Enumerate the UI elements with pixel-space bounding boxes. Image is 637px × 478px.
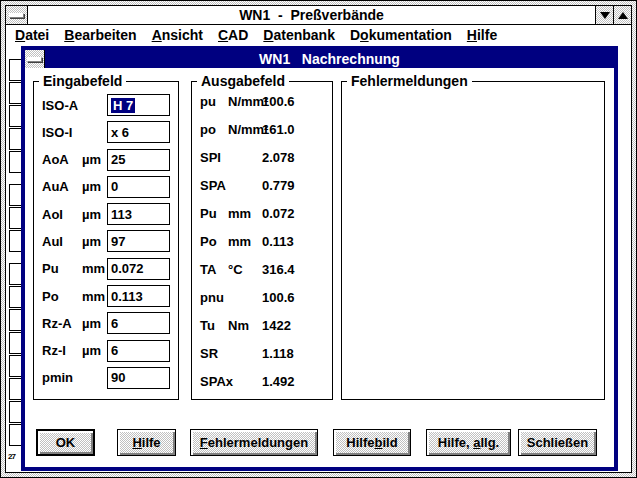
minimize-arrow-icon [600,12,610,19]
menu-item-bearbeiten[interactable]: Bearbeiten [64,27,136,43]
input-row-rz-a: Rz-Aµm 6 [42,312,170,334]
input-row-pmin: pmin 90 [42,367,170,389]
input-row-pu: Pumm 0.072 [42,258,170,280]
dialog-system-menu-minus-icon [27,57,42,62]
minimize-button[interactable] [595,6,613,24]
main-titlebar[interactable]: WN1 - Preßverbände [6,6,631,25]
output-row-pu-mm: Pumm 0.072 [200,206,324,221]
input-row-iso-a: ISO-A H 7 [42,94,170,116]
output-value: 0.113 [262,234,294,249]
output-value: 100.6 [262,94,295,109]
output-row-spax: SPAx 1.492 [200,374,324,389]
input-row-aoi: AoIµm 113 [42,203,170,225]
menu-item-dokumentation[interactable]: Dokumentation [350,27,452,43]
aoi-field[interactable]: 113 [107,203,170,225]
iso-a-field[interactable]: H 7 [107,94,170,116]
field-label: AuI [42,234,82,249]
dialog-system-menu-button[interactable] [25,50,45,68]
group-eingabefeld: Eingabefeld ISO-A H 7 ISO-I x 6 AoAµm [33,81,179,400]
iso-i-field[interactable]: x 6 [107,121,170,143]
pu-field[interactable]: 0.072 [107,258,170,280]
output-row-sr: SR 1.118 [200,346,324,361]
aua-field[interactable]: 0 [107,176,170,198]
aui-field[interactable]: 97 [107,230,170,252]
output-value: 1.118 [262,346,294,361]
output-row-po-n: poN/mm² 161.0 [200,122,324,137]
output-row-po-mm: Pomm 0.113 [200,234,324,249]
output-value: 1.492 [262,374,295,389]
schliessen-button[interactable]: Schließen [518,429,597,456]
input-row-rz-i: Rz-Iµm 6 [42,340,170,362]
field-label: AoI [42,207,82,222]
menu-item-ansicht[interactable]: Ansicht [152,27,203,43]
group-ausgabefeld: Ausgabefeld puN/mm² 100.6 poN/mm² 161.0 … [191,81,333,400]
input-row-po: Pomm 0.113 [42,285,170,307]
menu-bar: Datei Bearbeiten Ansicht CAD Datenbank D… [6,25,631,45]
hilfebild-button[interactable]: Hilfebild [333,429,411,456]
hilfe-button[interactable]: Hilfe [117,429,176,456]
field-label: ISO-A [42,98,82,113]
window-frame: WN1 - Preßverbände Datei Bearbeiten Ansi… [1,1,636,477]
output-value: 316.4 [262,262,295,277]
window-title: WN1 - Preßverbände [28,6,595,24]
output-value: 0.779 [262,178,295,193]
output-row-spa: SPA 0.779 [200,178,324,193]
ok-button[interactable]: OK [36,429,95,456]
field-label: Pu [42,261,82,276]
app-window: WN1 - Preßverbände Datei Bearbeiten Ansi… [0,0,637,478]
fehlermeldungen-button[interactable]: Fehlermeldungen [190,429,318,456]
system-menu-minus-icon [9,13,24,18]
maximize-arrow-icon [618,12,628,19]
rz-i-field[interactable]: 6 [107,340,170,362]
client-area: 27 WN1 Nachrechnung Eingabefeld ISO-A [6,45,631,472]
aoa-field[interactable]: 25 [107,149,170,171]
output-value: 1422 [262,318,291,333]
field-label: Rz-A [42,316,82,331]
group-fehlermeldungen-title: Fehlermeldungen [347,73,472,89]
maximize-button[interactable] [613,6,631,24]
input-row-iso-i: ISO-I x 6 [42,121,170,143]
output-row-pnu: pnu 100.6 [200,290,324,305]
group-fehlermeldungen: Fehlermeldungen [341,81,605,400]
output-value: 161.0 [262,122,295,137]
input-row-aua: AuAµm 0 [42,176,170,198]
dialog-titlebar[interactable]: WN1 Nachrechnung [25,50,614,68]
menu-item-hilfe[interactable]: Hilfe [467,27,497,43]
output-row-pu-n: puN/mm² 100.6 [200,94,324,109]
iso-a-value: H 7 [111,98,135,113]
menu-item-datei[interactable]: Datei [15,27,49,43]
field-label: AuA [42,179,82,194]
field-label: Po [42,289,82,304]
pmin-field[interactable]: 90 [107,367,170,389]
input-row-aoa: AoAµm 25 [42,149,170,171]
hilfe-allg-button[interactable]: Hilfe, allg. [426,429,511,456]
field-label: ISO-I [42,125,82,140]
output-row-ta: TA°C 316.4 [200,262,324,277]
output-value: 0.072 [262,206,295,221]
menu-item-datenbank[interactable]: Datenbank [263,27,335,43]
system-menu-button[interactable] [6,6,28,24]
output-row-tu: TuNm 1422 [200,318,324,333]
field-label: pmin [42,370,82,385]
field-label: AoA [42,152,82,167]
po-field[interactable]: 0.113 [107,285,170,307]
menu-item-cad[interactable]: CAD [218,27,248,43]
output-value: 100.6 [262,290,295,305]
input-row-aui: AuIµm 97 [42,230,170,252]
output-value: 2.078 [262,150,295,165]
dialog-title: WN1 Nachrechnung [45,50,614,68]
field-label: Rz-I [42,343,82,358]
dialog-nachrechnung: WN1 Nachrechnung Eingabefeld ISO-A H 7 I… [21,46,618,471]
dialog-body: Eingabefeld ISO-A H 7 ISO-I x 6 AoAµm [25,68,614,467]
output-row-spi: SPI 2.078 [200,150,324,165]
corner-mark: 27 [8,452,15,461]
rz-a-field[interactable]: 6 [107,312,170,334]
